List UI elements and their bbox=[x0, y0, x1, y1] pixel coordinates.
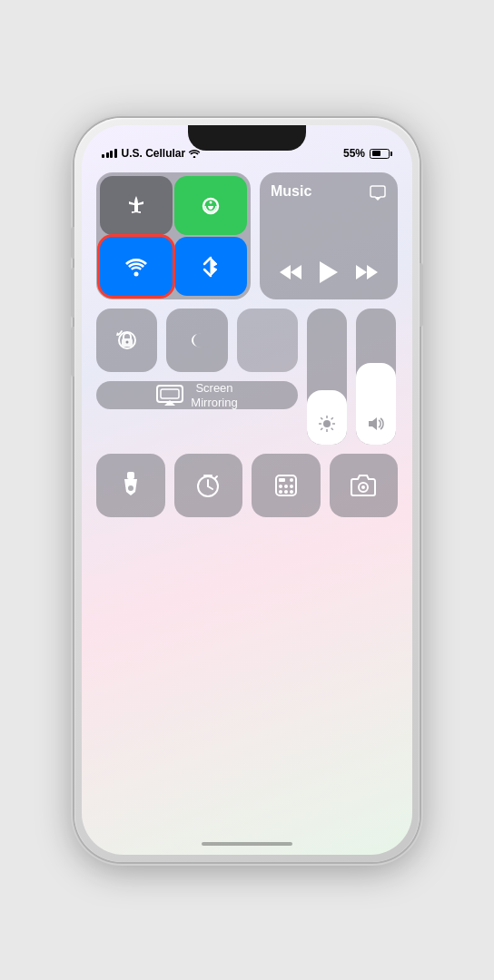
signal-bar-4 bbox=[114, 149, 117, 158]
svg-point-37 bbox=[290, 485, 293, 488]
control-center: Music bbox=[96, 172, 398, 517]
music-block[interactable]: Music bbox=[260, 172, 398, 299]
volume-up-button[interactable] bbox=[71, 268, 74, 318]
svg-marker-7 bbox=[356, 265, 367, 279]
battery-body bbox=[370, 149, 390, 159]
svg-point-36 bbox=[284, 485, 288, 488]
svg-point-35 bbox=[279, 485, 282, 488]
signal-icon bbox=[102, 149, 117, 158]
bluetooth-button[interactable] bbox=[174, 237, 247, 296]
screen-mirroring-row: Screen Mirroring bbox=[96, 381, 298, 445]
svg-line-31 bbox=[215, 476, 217, 478]
svg-marker-4 bbox=[280, 265, 291, 279]
wifi-icon bbox=[124, 257, 148, 277]
timer-icon bbox=[195, 473, 221, 498]
svg-point-34 bbox=[290, 478, 293, 482]
svg-rect-25 bbox=[127, 472, 134, 479]
svg-point-0 bbox=[193, 156, 196, 158]
calculator-button[interactable] bbox=[252, 454, 321, 517]
battery-icon bbox=[370, 149, 392, 159]
battery-label: 55% bbox=[343, 147, 365, 160]
play-icon bbox=[318, 260, 340, 285]
svg-line-22 bbox=[331, 417, 333, 419]
rewind-icon bbox=[278, 263, 303, 281]
controls-sliders-row: Screen Mirroring bbox=[96, 309, 398, 445]
portrait-lock-icon bbox=[114, 328, 140, 353]
screen-mirroring-text-line2: Mirroring bbox=[191, 396, 237, 410]
left-controls: Screen Mirroring bbox=[96, 309, 298, 445]
wifi-status-icon bbox=[188, 149, 201, 158]
power-button[interactable] bbox=[420, 263, 423, 327]
phone-frame: U.S. Cellular 55% bbox=[74, 118, 420, 862]
svg-point-38 bbox=[279, 490, 282, 494]
signal-bar-3 bbox=[110, 151, 113, 158]
cellular-button[interactable] bbox=[174, 176, 247, 235]
moon-icon bbox=[184, 328, 210, 353]
calculator-icon bbox=[274, 474, 298, 497]
battery-fill bbox=[372, 151, 380, 156]
music-header: Music bbox=[271, 183, 387, 201]
timer-button[interactable] bbox=[174, 454, 243, 517]
svg-point-26 bbox=[128, 485, 133, 491]
svg-line-21 bbox=[331, 428, 333, 430]
wifi-button[interactable] bbox=[100, 237, 173, 296]
svg-line-20 bbox=[321, 417, 322, 419]
flashlight-icon bbox=[122, 472, 140, 499]
svg-point-40 bbox=[290, 490, 293, 494]
svg-marker-5 bbox=[291, 265, 301, 279]
screen-mirroring-button[interactable]: Screen Mirroring bbox=[96, 381, 298, 409]
svg-marker-6 bbox=[320, 261, 338, 283]
status-left: U.S. Cellular bbox=[102, 147, 201, 160]
flashlight-button[interactable] bbox=[96, 454, 165, 517]
screen-mirroring-icon bbox=[156, 385, 183, 407]
svg-marker-8 bbox=[367, 265, 378, 279]
top-row: Music bbox=[96, 172, 398, 299]
svg-point-11 bbox=[125, 341, 128, 344]
phone-screen: U.S. Cellular 55% bbox=[82, 125, 412, 855]
battery-tip bbox=[390, 152, 392, 156]
signal-bar-1 bbox=[102, 154, 104, 158]
svg-point-15 bbox=[323, 420, 331, 427]
svg-point-2 bbox=[210, 201, 212, 203]
camera-button[interactable] bbox=[330, 454, 399, 517]
bottom-row bbox=[96, 454, 398, 517]
svg-line-29 bbox=[208, 486, 212, 489]
svg-point-39 bbox=[284, 490, 288, 494]
do-not-disturb-button[interactable] bbox=[166, 309, 227, 372]
middle-row bbox=[96, 309, 298, 372]
svg-line-23 bbox=[321, 428, 322, 430]
screen-mirroring-text-line1: Screen bbox=[191, 381, 237, 396]
svg-rect-14 bbox=[161, 389, 179, 398]
right-sliders bbox=[307, 309, 398, 445]
volume-down-button[interactable] bbox=[71, 327, 74, 377]
volume-slider[interactable] bbox=[356, 309, 396, 445]
home-indicator[interactable] bbox=[202, 842, 292, 846]
svg-point-42 bbox=[361, 485, 365, 489]
svg-marker-24 bbox=[369, 417, 377, 430]
airplane-mode-button[interactable] bbox=[100, 176, 173, 235]
airplane-icon bbox=[124, 193, 149, 219]
svg-point-3 bbox=[134, 271, 139, 276]
portrait-lock-button[interactable] bbox=[96, 309, 157, 372]
screen-mirroring-label: Screen Mirroring bbox=[191, 381, 237, 409]
brightness-icon bbox=[319, 416, 335, 436]
music-title: Music bbox=[271, 183, 311, 200]
music-controls bbox=[271, 260, 387, 289]
fast-forward-button[interactable] bbox=[354, 263, 380, 285]
silent-switch[interactable] bbox=[71, 227, 74, 259]
carrier-label: U.S. Cellular bbox=[122, 147, 186, 160]
bluetooth-icon bbox=[201, 254, 221, 279]
camera-icon bbox=[350, 474, 377, 497]
brightness-slider[interactable] bbox=[307, 309, 347, 445]
volume-icon bbox=[367, 416, 385, 436]
status-right: 55% bbox=[343, 147, 392, 160]
play-button[interactable] bbox=[318, 260, 340, 289]
cellular-icon bbox=[198, 193, 223, 219]
rewind-button[interactable] bbox=[278, 263, 303, 285]
connectivity-block bbox=[96, 172, 251, 299]
fast-forward-icon bbox=[354, 263, 380, 281]
notch bbox=[188, 125, 306, 151]
airplay-icon bbox=[369, 183, 387, 201]
empty-control-button[interactable] bbox=[237, 309, 298, 372]
svg-rect-33 bbox=[279, 478, 285, 482]
